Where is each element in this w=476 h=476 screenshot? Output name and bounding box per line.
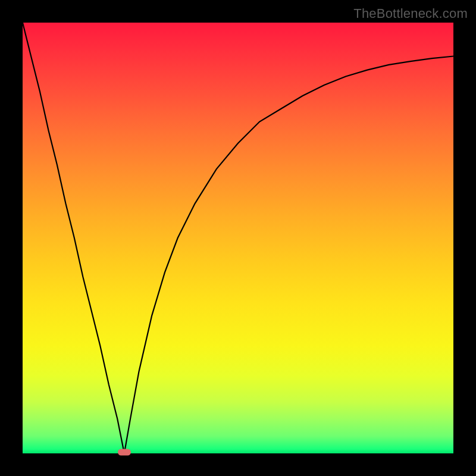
optimal-marker: [118, 449, 131, 456]
curve-right-branch: [124, 56, 453, 453]
watermark-text: TheBottleneck.com: [353, 6, 468, 21]
heat-gradient-plot: [23, 23, 453, 453]
curve-left-branch: [23, 23, 124, 453]
bottleneck-curve: [23, 23, 453, 453]
chart-frame: TheBottleneck.com: [0, 0, 476, 476]
